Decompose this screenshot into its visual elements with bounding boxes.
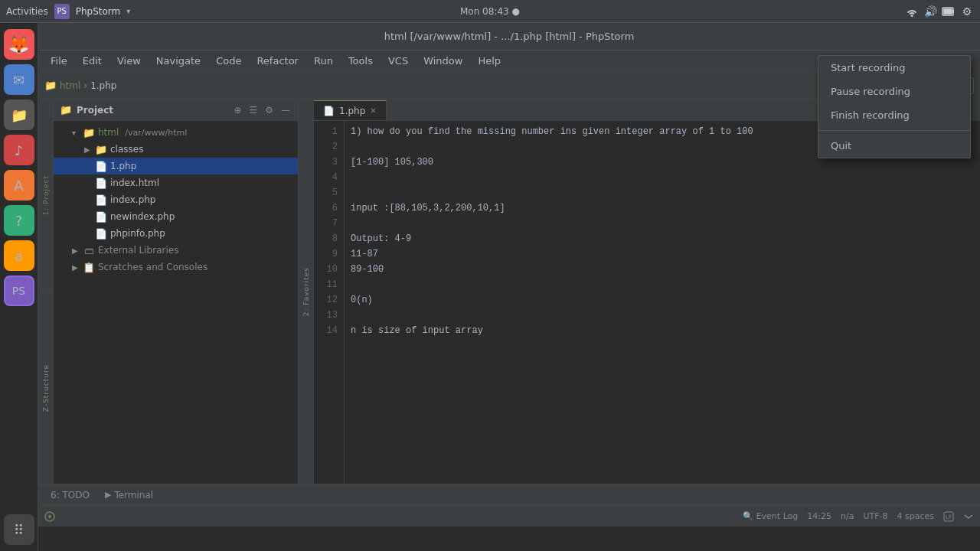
dock-firefox[interactable]: 🦊 bbox=[4, 29, 34, 60]
encoding[interactable]: UTF-8 bbox=[863, 511, 887, 521]
tree-scratches[interactable]: ▶ 📋 Scratches and Consoles bbox=[54, 259, 298, 276]
editor-tab-1php[interactable]: 📄 1.php ✕ bbox=[314, 100, 387, 120]
settings-icon[interactable]: ⚙ bbox=[960, 5, 974, 18]
pause-recording-item[interactable]: Pause recording bbox=[818, 80, 970, 103]
todo-tab[interactable]: 6: TODO bbox=[44, 487, 96, 503]
editor-tab-close[interactable]: ✕ bbox=[370, 106, 376, 115]
menu-navigate[interactable]: Navigate bbox=[150, 53, 207, 69]
menu-refactor[interactable]: Refactor bbox=[250, 53, 305, 69]
indent-settings[interactable]: 4 spaces bbox=[897, 511, 935, 521]
quit-item[interactable]: Quit bbox=[818, 134, 970, 158]
tree-file-indexphp-label: index.php bbox=[110, 194, 155, 205]
code-line-12: 0(n) bbox=[351, 292, 974, 308]
menu-tools[interactable]: Tools bbox=[342, 53, 379, 69]
app-dropdown-arrow[interactable]: ▾ bbox=[126, 7, 130, 15]
battery-icon[interactable] bbox=[942, 5, 956, 18]
start-recording-item[interactable]: Start recording bbox=[818, 56, 970, 80]
line-num-4: 4 bbox=[332, 170, 338, 185]
file-tree: ▾ 📁 html /var/www/html ▶ 📁 classes bbox=[54, 121, 298, 484]
topbar-left: Activities PS PhpStorm ▾ bbox=[6, 4, 130, 19]
tree-file-indexhtml-label: index.html bbox=[110, 178, 159, 188]
titlebar: html [/var/www/html] - .../1.php [html] … bbox=[38, 23, 980, 51]
tree-file-phpinfophp[interactable]: 📄 phpinfo.php bbox=[54, 225, 298, 242]
terminal-tab-label: Terminal bbox=[114, 490, 153, 500]
topbar-clock: Mon 08:43 ● bbox=[460, 6, 520, 17]
breadcrumb-html[interactable]: html bbox=[60, 80, 80, 91]
context-menu-separator bbox=[818, 130, 970, 131]
panel-locate-icon[interactable]: ⊕ bbox=[232, 103, 243, 117]
favorites-panel-label[interactable]: 2: Favorites bbox=[302, 267, 310, 316]
line-num-10: 10 bbox=[327, 262, 338, 277]
tree-scratches-label: Scratches and Consoles bbox=[98, 262, 207, 272]
tree-classes-dir[interactable]: ▶ 📁 classes bbox=[54, 141, 298, 158]
tree-file-indexphp[interactable]: 📄 index.php bbox=[54, 191, 298, 208]
left-panel: 📁 Project ⊕ ☰ ⚙ — ▾ 📁 html /var/www/html bbox=[54, 99, 299, 484]
tree-external-label: External Libraries bbox=[98, 245, 178, 256]
app-name-label[interactable]: PhpStorm bbox=[76, 6, 121, 17]
dock-files[interactable]: 📁 bbox=[4, 99, 34, 130]
code-line-6: input :[88,105,3,2,200,10,1] bbox=[351, 201, 974, 216]
wifi-icon[interactable] bbox=[905, 5, 919, 18]
statusbar-left bbox=[44, 511, 733, 522]
expand-icon[interactable] bbox=[963, 511, 974, 522]
topbar: Activities PS PhpStorm ▾ Mon 08:43 ● 🔊 ⚙ bbox=[0, 0, 980, 23]
app-icon: PS bbox=[54, 4, 70, 19]
statusbar-right: 🔍 Event Log 14:25 n/a UTF-8 4 spaces LF bbox=[743, 511, 974, 522]
code-line-4 bbox=[351, 170, 974, 185]
tree-file-1php[interactable]: 📄 1.php bbox=[54, 158, 298, 174]
menu-view[interactable]: View bbox=[111, 53, 147, 69]
line-num-9: 9 bbox=[332, 246, 338, 262]
dock-mail[interactable]: ✉ bbox=[4, 64, 34, 95]
panel-collapse-icon[interactable]: ☰ bbox=[247, 103, 259, 117]
dock-phpstorm[interactable]: PS bbox=[4, 276, 34, 306]
tree-file-newindexphp[interactable]: 📄 newindex.php bbox=[54, 208, 298, 225]
tree-file-newindexphp-label: newindex.php bbox=[110, 211, 175, 222]
dock-help[interactable]: ? bbox=[4, 205, 34, 236]
menu-run[interactable]: Run bbox=[308, 53, 339, 69]
cursor-position[interactable]: 14:25 bbox=[807, 511, 831, 521]
tree-external-libraries[interactable]: ▶ 🗃 External Libraries bbox=[54, 242, 298, 259]
project-panel-label[interactable]: 1: Project bbox=[42, 175, 50, 215]
sound-icon[interactable]: 🔊 bbox=[923, 5, 937, 18]
structure-panel-label[interactable]: Z-Structure bbox=[42, 364, 50, 412]
dock-music[interactable]: ♪ bbox=[4, 135, 34, 165]
line-num-14: 14 bbox=[327, 323, 338, 338]
panel-settings-icon[interactable]: ⚙ bbox=[263, 103, 275, 117]
code-line-14: n is size of input array bbox=[351, 323, 974, 338]
finish-recording-item[interactable]: Finish recording bbox=[818, 103, 970, 127]
tree-file-indexhtml[interactable]: 📄 index.html bbox=[54, 174, 298, 191]
menu-help[interactable]: Help bbox=[472, 53, 507, 69]
menu-edit[interactable]: Edit bbox=[77, 53, 108, 69]
menu-file[interactable]: File bbox=[44, 53, 74, 69]
dock-software[interactable]: A bbox=[4, 170, 34, 201]
breadcrumb-file[interactable]: 1.php bbox=[90, 80, 116, 91]
code-content[interactable]: 1) how do you find the missing number in… bbox=[345, 121, 980, 484]
line-num-6: 6 bbox=[332, 201, 338, 216]
code-line-7 bbox=[351, 216, 974, 231]
tree-html-dir[interactable]: ▾ 📁 html /var/www/html bbox=[54, 124, 298, 141]
menu-code[interactable]: Code bbox=[210, 53, 247, 69]
code-line-5 bbox=[351, 185, 974, 201]
tree-file-1php-label: 1.php bbox=[110, 161, 136, 171]
code-editor[interactable]: 1 2 3 4 5 6 7 8 9 10 11 12 13 14 bbox=[314, 121, 980, 484]
tree-html-label: html bbox=[98, 127, 119, 138]
panel-close-icon[interactable]: — bbox=[279, 103, 292, 117]
event-log-item[interactable]: 🔍 Event Log bbox=[743, 511, 799, 521]
git-icon bbox=[44, 511, 55, 522]
line-num-1: 1 bbox=[332, 124, 338, 139]
line-separator[interactable]: n/a bbox=[841, 511, 854, 521]
activities-button[interactable]: Activities bbox=[6, 6, 48, 17]
line-num-2: 2 bbox=[332, 139, 338, 155]
breadcrumb: 📁 html › 1.php bbox=[44, 80, 873, 91]
line-num-5: 5 bbox=[332, 185, 338, 201]
menu-vcs[interactable]: VCS bbox=[382, 53, 414, 69]
lf-icon: LF bbox=[943, 511, 954, 522]
dock-amazon[interactable]: a bbox=[4, 240, 34, 271]
event-log-label: Event Log bbox=[756, 511, 799, 521]
dock-apps[interactable]: ⠿ bbox=[4, 514, 34, 545]
svg-point-3 bbox=[48, 515, 51, 518]
code-line-13 bbox=[351, 308, 974, 323]
menu-window[interactable]: Window bbox=[417, 53, 469, 69]
context-menu: Start recording Pause recording Finish r… bbox=[818, 55, 971, 158]
terminal-tab[interactable]: ▶ Terminal bbox=[99, 487, 159, 503]
